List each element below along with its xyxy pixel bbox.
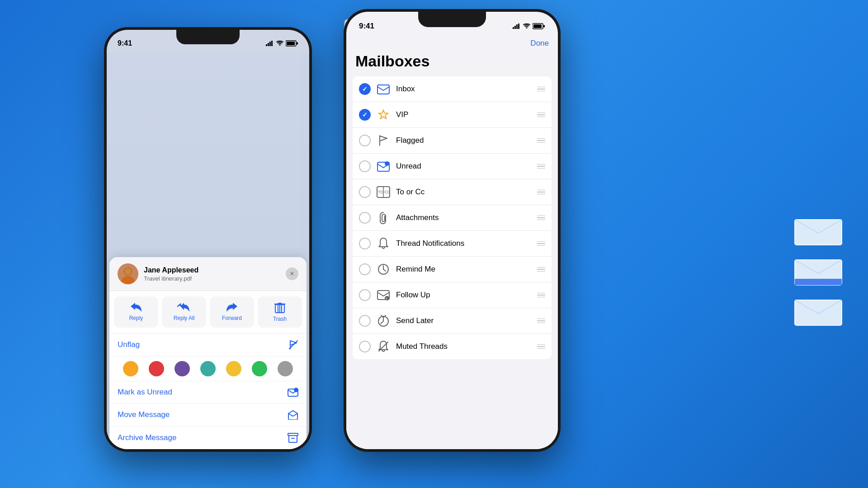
gray-dot[interactable] xyxy=(278,361,293,376)
right-env-1 xyxy=(793,212,843,248)
remind-me-checkbox[interactable] xyxy=(359,263,371,275)
svg-rect-36 xyxy=(377,85,389,94)
mark-unread-icon xyxy=(288,388,298,397)
yellow-dot[interactable] xyxy=(226,361,241,376)
reply-all-label: Reply All xyxy=(174,315,195,321)
mailbox-item-attachments[interactable]: Attachments xyxy=(353,205,552,231)
send-later-checkbox[interactable] xyxy=(359,315,371,327)
unflag-label: Unflag xyxy=(118,340,140,349)
thread-notif-checkbox[interactable] xyxy=(359,238,371,249)
right-notch xyxy=(418,12,486,27)
svg-rect-32 xyxy=(518,23,519,29)
muted-threads-checkbox[interactable] xyxy=(359,341,371,352)
mark-unread-item[interactable]: Mark as Unread xyxy=(109,381,307,404)
attachments-checkbox[interactable] xyxy=(359,212,371,224)
left-phone-screen: 9:41 xyxy=(107,30,309,449)
right-wifi-icon xyxy=(523,23,530,29)
svg-rect-7 xyxy=(266,44,267,46)
attachments-drag xyxy=(537,216,545,221)
mailboxes-header: Done xyxy=(346,36,558,50)
vip-name: VIP xyxy=(396,110,532,119)
red-dot[interactable] xyxy=(149,361,164,376)
inbox-icon xyxy=(376,82,391,96)
forward-button[interactable]: Forward xyxy=(210,296,254,328)
follow-up-checkbox[interactable] xyxy=(359,289,371,301)
unread-checkbox[interactable] xyxy=(359,160,371,172)
svg-point-25 xyxy=(294,388,298,392)
unread-name: Unread xyxy=(396,162,532,171)
reply-label: Reply xyxy=(129,315,143,321)
right-battery-icon xyxy=(533,23,545,29)
muted-threads-icon xyxy=(376,339,391,354)
vip-checkbox[interactable]: ✓ xyxy=(359,109,371,121)
unread-icon xyxy=(376,159,391,174)
reply-icon xyxy=(130,302,142,313)
unflag-item[interactable]: Unflag xyxy=(109,333,307,357)
svg-rect-9 xyxy=(269,42,271,46)
mailbox-item-inbox[interactable]: ✓ Inbox xyxy=(353,76,552,102)
mailbox-item-to-cc[interactable]: TO CC To or Cc xyxy=(353,179,552,205)
trash-label: Trash xyxy=(273,316,287,322)
reply-all-icon xyxy=(177,302,191,313)
color-dots-row xyxy=(109,357,307,381)
mailbox-item-vip[interactable]: ✓ VIP xyxy=(353,102,552,128)
right-env-2 xyxy=(793,253,843,288)
teal-dot[interactable] xyxy=(200,361,216,376)
reply-all-button[interactable]: Reply All xyxy=(162,296,206,328)
move-message-item[interactable]: Move Message xyxy=(109,404,307,427)
send-later-drag xyxy=(537,319,545,324)
svg-rect-10 xyxy=(271,41,273,46)
sender-name: Jane Appleseed xyxy=(144,266,198,274)
action-buttons-row: Reply Reply All Forward xyxy=(109,291,307,333)
archive-message-item[interactable]: Archive Message xyxy=(109,427,307,449)
inbox-checkbox[interactable]: ✓ xyxy=(359,83,371,95)
remind-me-drag xyxy=(537,267,545,272)
green-dot[interactable] xyxy=(252,361,267,376)
signal-icon xyxy=(266,41,274,46)
trash-button[interactable]: Trash xyxy=(258,296,302,328)
purple-dot[interactable] xyxy=(175,361,190,376)
to-cc-checkbox[interactable] xyxy=(359,186,371,198)
right-envelope-decorations xyxy=(793,212,843,328)
done-button[interactable]: Done xyxy=(530,39,549,48)
svg-text:!: ! xyxy=(386,297,387,301)
flagged-checkbox[interactable] xyxy=(359,135,371,146)
muted-threads-drag xyxy=(537,344,545,349)
attachments-name: Attachments xyxy=(396,213,532,222)
mailbox-item-thread-notifications[interactable]: Thread Notifications xyxy=(353,231,552,257)
move-message-icon xyxy=(288,410,298,420)
svg-rect-13 xyxy=(297,42,298,45)
right-env-3 xyxy=(793,293,843,328)
svg-point-39 xyxy=(385,161,389,166)
mailbox-item-muted-threads[interactable]: Muted Threads xyxy=(353,334,552,359)
mailbox-item-flagged[interactable]: Flagged xyxy=(353,128,552,154)
unread-drag xyxy=(537,164,545,169)
svg-rect-34 xyxy=(533,24,542,28)
right-signal-icon xyxy=(513,23,521,29)
trash-icon xyxy=(274,302,285,314)
muted-threads-name: Muted Threads xyxy=(396,342,532,351)
thread-notif-icon xyxy=(376,236,391,251)
mailbox-item-send-later[interactable]: Send Later xyxy=(353,308,552,334)
mark-unread-label: Mark as Unread xyxy=(118,388,172,397)
reply-button[interactable]: Reply xyxy=(114,296,158,328)
svg-rect-8 xyxy=(268,43,269,46)
orange-dot[interactable] xyxy=(123,361,138,376)
mailbox-item-follow-up[interactable]: ! Follow Up xyxy=(353,282,552,308)
archive-message-label: Archive Message xyxy=(118,433,176,442)
left-status-time: 9:41 xyxy=(118,39,132,47)
flagged-drag xyxy=(537,138,545,143)
avatar xyxy=(118,263,138,284)
mailbox-item-remind-me[interactable]: Remind Me xyxy=(353,257,552,282)
close-button[interactable]: × xyxy=(286,267,298,280)
sender-header: Jane Appleseed Travel itinerary.pdf × xyxy=(109,257,307,291)
svg-text:TO: TO xyxy=(378,190,383,194)
sender-info: Jane Appleseed Travel itinerary.pdf xyxy=(118,263,198,284)
left-notch xyxy=(176,30,240,44)
svg-rect-12 xyxy=(287,42,295,45)
mailbox-item-unread[interactable]: Unread xyxy=(353,154,552,179)
forward-label: Forward xyxy=(222,315,242,321)
unflag-icon xyxy=(288,340,298,350)
vip-icon xyxy=(376,108,391,122)
to-cc-drag xyxy=(537,190,545,195)
